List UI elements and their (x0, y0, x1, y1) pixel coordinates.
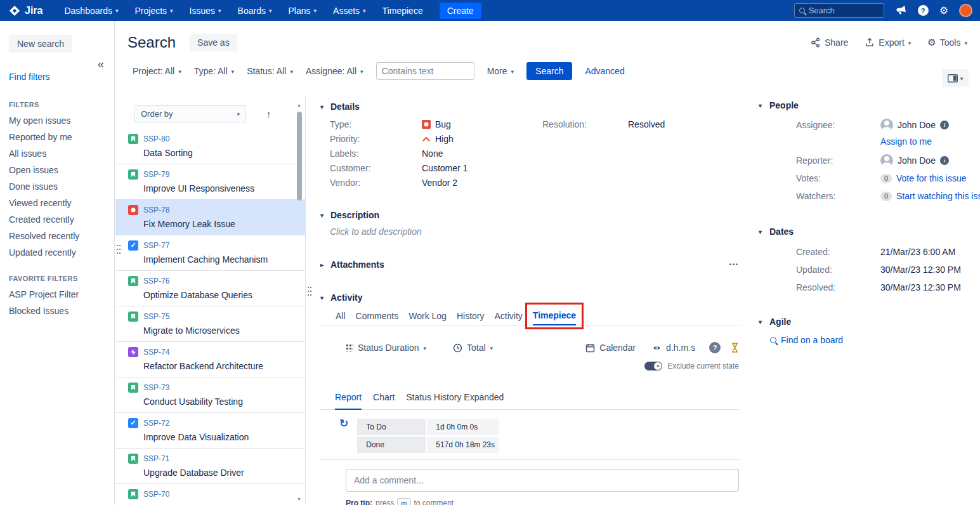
project-filter-dropdown[interactable]: Project: All▾ (133, 66, 181, 76)
assign-to-me-link[interactable]: Assign to me (880, 136, 932, 147)
tab-comments[interactable]: Comments (356, 311, 399, 325)
issue-card-ssp-77[interactable]: SSP-77 Implement Caching Mechanism (115, 235, 305, 270)
chevron-right-icon[interactable]: ▸ (320, 261, 327, 268)
contains-text-input[interactable] (376, 62, 474, 80)
advanced-link[interactable]: Advanced (585, 66, 624, 76)
scrollbar-thumb[interactable] (297, 112, 302, 200)
scroll-up-icon[interactable]: ▲ (297, 103, 301, 107)
hourglass-button[interactable] (731, 343, 739, 353)
help-icon[interactable]: ? (918, 5, 929, 16)
panel-resize-handle[interactable] (307, 285, 312, 297)
chevron-down-icon[interactable]: ▾ (320, 294, 327, 301)
dhms-format-toggle[interactable]: d.h.m.s (652, 343, 695, 353)
status-filter-dropdown[interactable]: Status: All▾ (247, 66, 293, 76)
find-filters-link[interactable]: Find filters (9, 72, 114, 82)
favorite-filters-heading: FAVORITE FILTERS (9, 275, 114, 282)
issue-card-ssp-72[interactable]: SSP-72 Improve Data Visualization (115, 412, 305, 448)
search-button[interactable]: Search (526, 62, 572, 80)
nav-issues[interactable]: Issues▾ (190, 6, 221, 16)
sidebar-item-all-issues[interactable]: All issues (0, 145, 114, 162)
chevron-down-icon[interactable]: ▾ (320, 103, 327, 110)
save-as-button[interactable]: Save as (190, 34, 237, 51)
timepiece-help-button[interactable]: ? (709, 342, 721, 353)
share-button[interactable]: Share (811, 37, 848, 48)
sidebar-item-done-issues[interactable]: Done issues (0, 178, 114, 195)
issue-card-ssp-70[interactable]: SSP-70 (115, 483, 305, 505)
export-button[interactable]: Export ▾ (865, 37, 911, 48)
issue-card-ssp-76[interactable]: SSP-76 Optimize Database Queries (115, 270, 305, 306)
tab-all[interactable]: All (336, 311, 346, 325)
share-icon (811, 37, 821, 48)
issue-card-ssp-75[interactable]: SSP-75 Migrate to Microservices (115, 306, 305, 341)
nav-assets[interactable]: Assets▾ (333, 6, 366, 16)
comment-input[interactable] (354, 475, 731, 485)
sidebar-item-reported-by-me[interactable]: Reported by me (0, 129, 114, 145)
find-on-board-link[interactable]: Find on a board (770, 335, 980, 345)
info-icon[interactable]: i (940, 156, 949, 165)
nav-timepiece[interactable]: Timepiece (382, 6, 423, 16)
vote-for-issue-link[interactable]: Vote for this issue (896, 173, 967, 183)
description-placeholder[interactable]: Click to add description (330, 226, 755, 237)
pro-tip-label: Pro tip: (346, 499, 372, 505)
sidebar-item-created-recently[interactable]: Created recently (0, 211, 114, 228)
collapse-sidebar-icon[interactable]: « (98, 58, 104, 71)
sidebar-item-updated-recently[interactable]: Updated recently (0, 244, 114, 261)
more-filter-dropdown[interactable]: More▾ (487, 66, 514, 76)
announcement-icon[interactable] (895, 5, 907, 16)
total-dropdown[interactable]: Total ▾ (453, 343, 493, 353)
sidebar-item-my-open-issues[interactable]: My open issues (0, 112, 114, 129)
exclude-current-state-toggle[interactable]: × (644, 362, 662, 371)
sidebar-item-resolved-recently[interactable]: Resolved recently (0, 228, 114, 244)
issue-card-ssp-71[interactable]: SSP-71 Upgrade Database Driver (115, 448, 305, 483)
find-on-board-label[interactable]: Find on a board (781, 335, 843, 345)
sidebar-item-asp-project-filter[interactable]: ASP Project Filter (0, 286, 114, 303)
user-avatar[interactable] (959, 4, 972, 17)
tools-button[interactable]: ⚙ Tools ▾ (927, 37, 967, 48)
chevron-down-icon: ▾ (511, 68, 514, 75)
issue-card-ssp-79[interactable]: SSP-79 Improve UI Responsiveness (115, 164, 305, 199)
calendar-button[interactable]: Calendar (585, 343, 636, 353)
sidebar-item-viewed-recently[interactable]: Viewed recently (0, 195, 114, 211)
panel-resize-handle[interactable] (116, 244, 121, 255)
jira-logo[interactable]: Jira (9, 5, 42, 16)
issue-card-ssp-73[interactable]: SSP-73 Conduct Usability Testing (115, 377, 305, 412)
assignee-filter-label: Assignee: All (306, 66, 356, 76)
refresh-icon[interactable]: ↻ (339, 417, 348, 430)
global-search-input[interactable] (809, 6, 879, 15)
create-button[interactable]: Create (440, 3, 481, 19)
layout-switcher-button[interactable]: ▾ (942, 69, 969, 87)
start-watching-link[interactable]: Start watching this issue (896, 191, 980, 201)
status-duration-dropdown[interactable]: Status Duration ▾ (346, 343, 426, 353)
tab-history[interactable]: History (457, 311, 485, 325)
issue-card-ssp-78-selected[interactable]: SSP-78 Fix Memory Leak Issue (115, 199, 305, 235)
issue-card-ssp-80[interactable]: SSP-80 Data Sorting (115, 129, 305, 164)
settings-gear-icon[interactable]: ⚙ (939, 4, 948, 16)
nav-projects[interactable]: Projects▾ (135, 6, 173, 16)
tab-status-history-expanded[interactable]: Status History Expanded (406, 392, 504, 409)
attachments-more-menu-icon[interactable]: ••• (729, 261, 739, 268)
assignee-filter-dropdown[interactable]: Assignee: All▾ (306, 66, 363, 76)
sidebar-item-open-issues[interactable]: Open issues (0, 162, 114, 178)
sort-direction-icon[interactable]: ↑ (266, 108, 271, 119)
tab-timepiece[interactable]: Timepiece (533, 310, 576, 325)
order-by-select[interactable]: Order by ▾ (134, 105, 246, 122)
sidebar-item-blocked-issues[interactable]: Blocked Issues (0, 303, 114, 319)
nav-boards[interactable]: Boards▾ (238, 6, 272, 16)
tab-report[interactable]: Report (335, 392, 362, 410)
nav-plans[interactable]: Plans▾ (289, 6, 317, 16)
chevron-down-icon[interactable]: ▾ (759, 228, 765, 235)
type-filter-dropdown[interactable]: Type: All▾ (194, 66, 234, 76)
nav-dashboards[interactable]: Dashboards▾ (64, 6, 118, 16)
issue-card-ssp-74[interactable]: SSP-74 Refactor Backend Architecture (115, 341, 305, 377)
info-icon[interactable]: i (940, 121, 949, 129)
scroll-down-icon[interactable]: ▼ (297, 497, 301, 501)
chevron-down-icon[interactable]: ▾ (320, 212, 327, 219)
issue-list-scrollbar[interactable]: ▲ ▼ (296, 103, 303, 501)
new-search-button[interactable]: New search (9, 35, 72, 53)
issue-key: SSP-73 (143, 383, 169, 392)
tab-chart[interactable]: Chart (373, 392, 395, 409)
chevron-down-icon[interactable]: ▾ (759, 318, 765, 325)
tab-activity[interactable]: Activity (494, 311, 522, 325)
tab-work-log[interactable]: Work Log (408, 311, 447, 325)
chevron-down-icon[interactable]: ▾ (759, 102, 765, 109)
